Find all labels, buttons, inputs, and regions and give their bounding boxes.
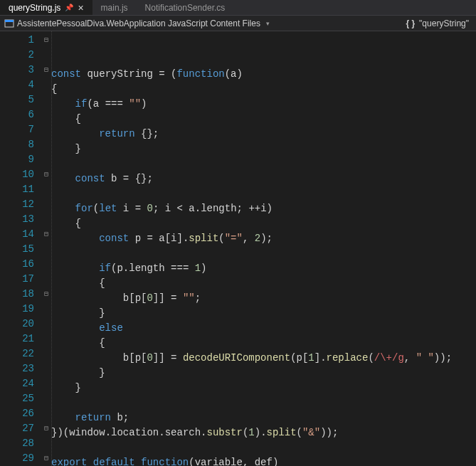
tab-label: queryString.js bbox=[9, 3, 60, 13]
code-line[interactable]: return b; bbox=[51, 411, 476, 425]
line-number: 26 bbox=[0, 406, 34, 421]
line-number: 2 bbox=[0, 48, 34, 63]
line-number: 29 bbox=[0, 451, 34, 466]
fold-spacer bbox=[41, 302, 51, 317]
line-number: 19 bbox=[0, 302, 34, 317]
line-number: 25 bbox=[0, 391, 34, 406]
scope-label: "queryString" bbox=[419, 18, 469, 28]
tab-querystring-js[interactable]: queryString.js 📌 × bbox=[0, 0, 92, 15]
line-number: 9 bbox=[0, 152, 34, 167]
code-line[interactable] bbox=[51, 246, 476, 261]
fold-toggle-icon[interactable]: ⊟ bbox=[41, 227, 51, 242]
code-line[interactable]: { bbox=[51, 82, 476, 97]
fold-spacer bbox=[41, 332, 51, 346]
line-number: 17 bbox=[0, 272, 34, 287]
fold-spacer bbox=[41, 48, 51, 63]
line-number: 3 bbox=[0, 63, 34, 78]
line-number: 28 bbox=[0, 436, 34, 451]
line-number: 10 bbox=[0, 167, 34, 182]
fold-spacer bbox=[41, 346, 51, 361]
code-area[interactable]: const queryString = (function(a){ if(a =… bbox=[51, 31, 476, 466]
line-number: 22 bbox=[0, 346, 34, 361]
fold-spacer bbox=[41, 317, 51, 332]
line-number: 8 bbox=[0, 137, 34, 152]
line-number: 27 bbox=[0, 421, 34, 436]
fold-spacer bbox=[41, 361, 51, 376]
code-line[interactable]: if(a === "") bbox=[51, 97, 476, 112]
code-line[interactable]: })(window.location.search.substr(1).spli… bbox=[51, 425, 476, 440]
line-number: 6 bbox=[0, 107, 34, 122]
line-number: 13 bbox=[0, 212, 34, 227]
line-number: 21 bbox=[0, 332, 34, 346]
fold-spacer bbox=[41, 92, 51, 107]
line-number: 15 bbox=[0, 242, 34, 257]
fold-spacer bbox=[41, 182, 51, 197]
fold-toggle-icon[interactable]: ⊟ bbox=[41, 451, 51, 466]
tab-notificationsender-cs[interactable]: NotificationSender.cs bbox=[137, 0, 234, 15]
code-line[interactable]: if(p.length === 1) bbox=[51, 261, 476, 276]
code-line[interactable]: { bbox=[51, 276, 476, 291]
fold-spacer bbox=[41, 436, 51, 451]
code-line[interactable]: const p = a[i].split("=", 2); bbox=[51, 231, 476, 246]
tab-label: NotificationSender.cs bbox=[145, 3, 226, 13]
pin-icon[interactable]: 📌 bbox=[65, 4, 73, 11]
line-number: 5 bbox=[0, 92, 34, 107]
fold-spacer bbox=[41, 137, 51, 152]
fold-spacer bbox=[41, 107, 51, 122]
code-line[interactable]: return {}; bbox=[51, 127, 476, 142]
line-number: 16 bbox=[0, 257, 34, 272]
line-number: 24 bbox=[0, 376, 34, 391]
code-line[interactable] bbox=[51, 157, 476, 171]
fold-spacer bbox=[41, 122, 51, 137]
code-line[interactable] bbox=[51, 396, 476, 411]
line-number: 14 bbox=[0, 227, 34, 242]
code-line[interactable]: else bbox=[51, 321, 476, 336]
code-line[interactable]: } bbox=[51, 142, 476, 157]
fold-column: ⊟⊟⊟⊟⊟⊟⊟ bbox=[41, 31, 51, 466]
code-line[interactable] bbox=[51, 186, 476, 201]
fold-spacer bbox=[41, 197, 51, 212]
braces-icon: { } bbox=[406, 18, 415, 28]
fold-toggle-icon[interactable]: ⊟ bbox=[41, 33, 51, 48]
code-line[interactable]: const b = {}; bbox=[51, 171, 476, 186]
code-line[interactable]: b[p[0]] = decodeURIComponent(p[1].replac… bbox=[51, 351, 476, 366]
code-line[interactable]: b[p[0]] = ""; bbox=[51, 291, 476, 306]
code-line[interactable]: for(let i = 0; i < a.length; ++i) bbox=[51, 201, 476, 216]
fold-spacer bbox=[41, 78, 51, 92]
tab-main-js[interactable]: main.js bbox=[92, 0, 137, 15]
code-line[interactable]: } bbox=[51, 306, 476, 321]
line-number: 4 bbox=[0, 78, 34, 92]
line-number: 20 bbox=[0, 317, 34, 332]
fold-spacer bbox=[41, 242, 51, 257]
member-scope-dropdown[interactable]: { } "queryString" bbox=[398, 18, 476, 28]
code-line[interactable]: { bbox=[51, 112, 476, 127]
code-line[interactable]: { bbox=[51, 336, 476, 351]
code-line[interactable]: export default function(variable, def) bbox=[51, 455, 476, 466]
fold-toggle-icon[interactable]: ⊟ bbox=[41, 421, 51, 436]
code-line[interactable]: { bbox=[51, 216, 476, 231]
fold-spacer bbox=[41, 257, 51, 272]
code-line[interactable]: } bbox=[51, 366, 476, 381]
code-line[interactable]: const queryString = (function(a) bbox=[51, 67, 476, 82]
fold-toggle-icon[interactable]: ⊟ bbox=[41, 63, 51, 78]
tab-bar: queryString.js 📌 × main.js NotificationS… bbox=[0, 0, 476, 16]
line-number: 12 bbox=[0, 197, 34, 212]
line-number: 1 bbox=[0, 33, 34, 48]
fold-spacer bbox=[41, 376, 51, 391]
fold-spacer bbox=[41, 272, 51, 287]
code-editor[interactable]: 1234567891011121314151617181920212223242… bbox=[0, 31, 476, 466]
fold-spacer bbox=[41, 406, 51, 421]
fold-toggle-icon[interactable]: ⊟ bbox=[41, 287, 51, 302]
svg-rect-1 bbox=[5, 20, 14, 22]
close-icon[interactable]: × bbox=[78, 2, 83, 14]
code-line[interactable]: } bbox=[51, 381, 476, 396]
fold-toggle-icon[interactable]: ⊟ bbox=[41, 167, 51, 182]
line-number: 18 bbox=[0, 287, 34, 302]
code-line[interactable] bbox=[51, 440, 476, 455]
chevron-down-icon: ▾ bbox=[266, 20, 270, 27]
line-number: 11 bbox=[0, 182, 34, 197]
project-scope-dropdown[interactable]: AssistentePessoalDiva.WebApplication Jav… bbox=[0, 18, 398, 28]
fold-spacer bbox=[41, 391, 51, 406]
navigation-bar: AssistentePessoalDiva.WebApplication Jav… bbox=[0, 16, 476, 31]
line-number-gutter: 1234567891011121314151617181920212223242… bbox=[0, 31, 41, 466]
